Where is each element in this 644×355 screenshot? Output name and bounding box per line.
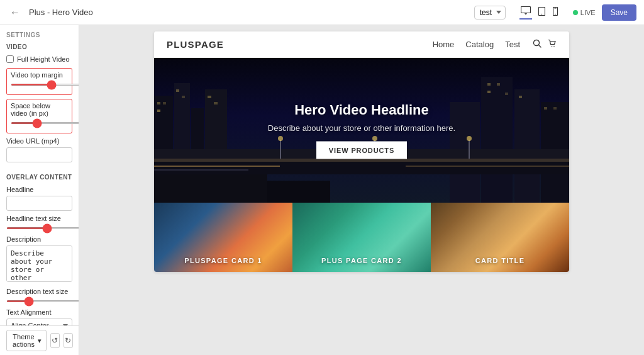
theme-actions-label: Theme actions	[11, 333, 36, 348]
svg-rect-36	[154, 159, 569, 162]
nav-link-catalog[interactable]: Catalog	[465, 40, 494, 49]
svg-rect-17	[157, 102, 160, 104]
video-url-input[interactable]: https://cdn.shopify.com/s/file	[6, 147, 72, 162]
svg-rect-21	[182, 96, 185, 98]
page-title: Plus - Hero Video	[29, 8, 468, 17]
overlay-content-label: OVERLAY CONTENT	[6, 174, 72, 181]
space-below-slider-row: 60	[11, 120, 68, 127]
svg-rect-29	[497, 83, 500, 86]
headline-size-slider-row: 3.0	[6, 225, 72, 232]
card-1-label: PLUSPAGE CARD 1	[154, 257, 292, 264]
description-size-slider-row: 2.0	[6, 298, 72, 305]
main-layout: SETTINGS VIDEO Full Height Video Video t…	[0, 25, 644, 355]
hero-headline: Hero Video Headline	[196, 102, 528, 118]
headline-size-slider[interactable]	[6, 227, 79, 229]
card-2: PLUS PAGE CARD 2	[292, 203, 431, 272]
back-button[interactable]: ←	[8, 4, 23, 21]
headline-input[interactable]: Hero Video Headline	[6, 196, 72, 211]
nav-links: Home Catalog Test	[433, 40, 520, 49]
hero-section: Hero Video Headline Describe about your …	[154, 58, 569, 203]
card-3-label: CARD TITLE	[431, 257, 569, 264]
live-dot	[573, 10, 578, 15]
description-label: Description	[6, 235, 72, 243]
preview-area: PLUSPAGE Home Catalog Test	[79, 25, 644, 355]
tablet-icon[interactable]	[537, 6, 547, 19]
card-1: PLUSPAGE CARD 1	[154, 203, 292, 272]
nav-logo: PLUSPAGE	[167, 39, 433, 50]
description-size-slider[interactable]	[6, 300, 79, 302]
video-group: VIDEO Full Height Video Video top margin…	[6, 43, 72, 166]
svg-rect-48	[267, 181, 330, 203]
theme-actions-chevron: ▾	[38, 337, 42, 345]
text-alignment-label: Text Alignment	[6, 308, 72, 316]
svg-rect-19	[157, 110, 160, 112]
settings-label: SETTINGS	[6, 31, 72, 38]
svg-line-9	[539, 45, 541, 48]
card-3: CARD TITLE	[431, 203, 569, 272]
svg-rect-33	[544, 107, 547, 110]
mobile-icon[interactable]	[552, 6, 559, 19]
full-height-row: Full Height Video	[6, 55, 72, 63]
svg-rect-31	[505, 93, 508, 95]
search-icon[interactable]	[533, 39, 541, 50]
headline-text-size-label: Headline text size	[6, 215, 72, 222]
svg-point-11	[553, 46, 555, 47]
video-top-margin-slider[interactable]	[11, 84, 79, 86]
video-top-margin-slider-row: -100	[11, 81, 68, 88]
full-height-label: Full Height Video	[17, 55, 70, 63]
hero-description: Describe about your store or other infor…	[196, 123, 528, 133]
description-textarea[interactable]: Describe about your store or other infor…	[6, 245, 72, 282]
svg-rect-32	[519, 96, 522, 98]
hero-overlay-content: Hero Video Headline Describe about your …	[196, 102, 528, 159]
live-label: LIVE	[580, 9, 596, 16]
svg-rect-34	[553, 107, 557, 110]
undo-button[interactable]: ↺	[50, 333, 60, 348]
headline-label: Headline	[6, 186, 72, 193]
svg-rect-30	[487, 91, 491, 93]
svg-rect-22	[208, 96, 211, 98]
video-url-label: Video URL (mp4)	[6, 137, 72, 145]
space-below-slider[interactable]	[11, 122, 79, 124]
svg-rect-37	[154, 162, 569, 174]
top-bar: ← Plus - Hero Video test	[0, 0, 644, 25]
sidebar: SETTINGS VIDEO Full Height Video Video t…	[0, 25, 79, 355]
live-indicator: LIVE	[573, 9, 596, 16]
nav-link-home[interactable]: Home	[433, 40, 455, 49]
cart-icon[interactable]	[548, 39, 557, 50]
svg-rect-47	[154, 174, 267, 203]
save-button[interactable]: Save	[602, 4, 636, 21]
svg-point-6	[555, 14, 555, 14]
device-selector: test	[474, 6, 506, 20]
space-below-label: Space below video (in px)	[11, 102, 68, 117]
sidebar-bottom-actions: Theme actions ▾ ↺ ↻	[0, 325, 79, 355]
card-2-label: PLUS PAGE CARD 2	[292, 257, 431, 264]
svg-rect-20	[176, 89, 179, 92]
theme-actions-button[interactable]: Theme actions ▾	[6, 330, 47, 351]
full-height-checkbox[interactable]	[6, 55, 14, 63]
preview-nav: PLUSPAGE Home Catalog Test	[154, 31, 569, 58]
overlay-content-group: OVERLAY CONTENT Headline Hero Video Head…	[6, 174, 72, 345]
device-icons	[519, 5, 559, 20]
desktop-icon[interactable]	[519, 5, 532, 20]
redo-button[interactable]: ↻	[64, 333, 73, 348]
video-top-margin-label: Video top margin	[11, 71, 68, 79]
space-below-group: Space below video (in px) 60	[6, 99, 72, 133]
description-text-size-label: Description text size	[6, 288, 72, 295]
video-top-margin-group: Video top margin -100	[6, 68, 72, 95]
cards-section: PLUSPAGE CARD 1 PLUS PAGE CARD 2 CARD TI…	[154, 203, 569, 272]
svg-point-4	[541, 14, 542, 15]
svg-rect-28	[487, 83, 491, 86]
nav-action-icons	[533, 39, 557, 50]
svg-rect-18	[163, 102, 166, 104]
svg-rect-0	[521, 7, 530, 13]
test-select[interactable]: test	[474, 6, 506, 20]
preview-frame: PLUSPAGE Home Catalog Test	[154, 31, 569, 272]
svg-point-10	[552, 46, 553, 47]
nav-link-test[interactable]: Test	[505, 40, 520, 49]
hero-cta-button[interactable]: VIEW PRODUCTS	[316, 142, 407, 159]
video-group-label: VIDEO	[6, 43, 72, 50]
